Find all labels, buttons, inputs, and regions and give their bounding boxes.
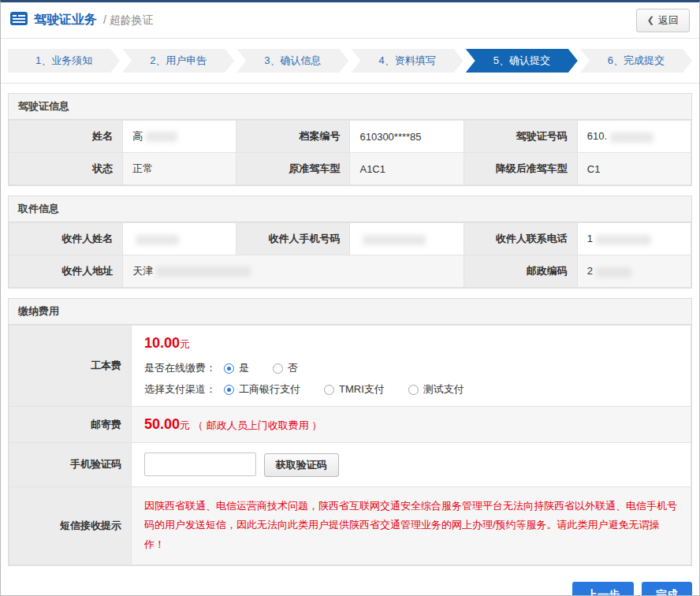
redacted-value xyxy=(596,267,631,278)
recipient-phone-value: 1 xyxy=(577,223,691,255)
captcha-label: 手机验证码 xyxy=(9,443,132,487)
license-info-section: 驾驶证信息 姓名 高 档案编号 610300****85 驾驶证号码 610. … xyxy=(8,93,692,186)
license-no-label: 驾驶证号码 xyxy=(464,121,577,153)
mailing-fee-amount: 50.00 xyxy=(144,416,180,432)
step-wizard: 1、业务须知 2、用户申告 3、确认信息 4、资料填写 5、确认提交 6、完成提… xyxy=(1,39,699,84)
step-2-user-declaration: 2、用户申告 xyxy=(122,49,234,73)
page: 驾驶证业务 / 超龄换证 ❮ 返回 1、业务须知 2、用户申告 3、确认信息 4… xyxy=(0,0,700,596)
online-payment-question: 是否在线缴费： xyxy=(144,361,216,375)
section-title: 缴纳费用 xyxy=(9,299,691,325)
main-content: 驾驶证信息 姓名 高 档案编号 610300****85 驾驶证号码 610. … xyxy=(1,93,699,596)
name-value: 高 xyxy=(123,121,236,153)
captcha-input[interactable] xyxy=(144,453,256,476)
redacted-value xyxy=(156,266,251,277)
production-fee-label: 工本费 xyxy=(9,326,132,407)
captcha-content: 获取验证码 xyxy=(132,443,691,487)
radio-label: 工商银行支付 xyxy=(239,382,300,397)
downgraded-type-value: C1 xyxy=(577,153,691,185)
radio-icon[interactable] xyxy=(224,385,234,395)
back-button[interactable]: ❮ 返回 xyxy=(636,9,690,32)
previous-step-button[interactable]: 上一步 xyxy=(572,582,634,596)
payment-table: 工本费 10.00元 是否在线缴费： 是 xyxy=(9,325,691,565)
mailing-fee-note: （ 邮政人员上门收取费用 ） xyxy=(193,419,322,431)
production-fee-amount: 10.00元 xyxy=(144,335,678,352)
recipient-address-label: 收件人地址 xyxy=(9,255,123,288)
file-no-label: 档案编号 xyxy=(236,121,350,153)
recipient-phone-label: 收件人联系电话 xyxy=(464,223,577,255)
radio-channel-icbc[interactable]: 工商银行支付 xyxy=(224,382,300,397)
table-row: 状态 正常 原准驾车型 A1C1 降级后准驾车型 C1 xyxy=(9,153,691,185)
radio-label: TMRI支付 xyxy=(339,382,385,397)
postal-code-value: 2 xyxy=(577,255,691,288)
radio-online-yes[interactable]: 是 xyxy=(224,361,249,375)
recipient-mobile-label: 收件人手机号码 xyxy=(236,223,350,255)
section-title: 驾驶证信息 xyxy=(9,94,691,120)
file-no-value: 610300****85 xyxy=(350,121,464,153)
redacted-value xyxy=(610,132,653,143)
pickup-info-section: 取件信息 收件人姓名 收件人手机号码 收件人联系电话 1 收件人地址 天津 邮政… xyxy=(8,196,692,289)
redacted-value xyxy=(363,235,426,245)
back-button-label: 返回 xyxy=(658,13,679,28)
redacted-value xyxy=(596,235,651,245)
sms-notice-label: 短信接收提示 xyxy=(9,486,132,564)
status-label: 状态 xyxy=(9,153,123,185)
orig-type-label: 原准驾车型 xyxy=(236,153,350,185)
status-value: 正常 xyxy=(123,153,236,185)
radio-icon[interactable] xyxy=(224,363,234,374)
table-row: 邮寄费 50.00元（ 邮政人员上门收取费用 ） xyxy=(9,407,691,443)
name-label: 姓名 xyxy=(9,121,123,153)
postal-code-label: 邮政编码 xyxy=(464,255,577,288)
page-title: 驾驶证业务 xyxy=(34,12,97,28)
radio-icon[interactable] xyxy=(273,363,283,374)
radio-channel-tmri[interactable]: TMRI支付 xyxy=(324,382,385,397)
sms-notice-content: 因陕西省联通、电信运营商技术问题，陕西省互联网交通安全综合服务管理平台无法向持陕… xyxy=(132,486,691,564)
production-fee-content: 10.00元 是否在线缴费： 是 否 xyxy=(132,326,691,407)
radio-icon[interactable] xyxy=(408,385,419,395)
recipient-mobile-value xyxy=(350,223,464,255)
table-row: 收件人地址 天津 邮政编码 2 xyxy=(9,255,691,288)
step-4-fill-data: 4、资料填写 xyxy=(352,49,464,73)
license-business-icon xyxy=(10,12,28,28)
table-row: 手机验证码 获取验证码 xyxy=(9,443,691,487)
page-subtitle: / 超龄换证 xyxy=(103,13,154,28)
radio-label: 测试支付 xyxy=(423,382,464,397)
recipient-address-value: 天津 xyxy=(123,255,464,288)
license-info-table: 姓名 高 档案编号 610300****85 驾驶证号码 610. 状态 正常 … xyxy=(9,120,691,185)
radio-label: 是 xyxy=(239,361,249,375)
radio-label: 否 xyxy=(288,361,298,375)
chevron-left-icon: ❮ xyxy=(647,15,654,25)
online-payment-radio-group: 是否在线缴费： 是 否 xyxy=(144,361,678,375)
table-row: 工本费 10.00元 是否在线缴费： 是 xyxy=(9,326,691,407)
orig-type-value: A1C1 xyxy=(350,153,464,185)
redacted-value xyxy=(136,235,179,245)
mailing-fee-label: 邮寄费 xyxy=(9,407,132,443)
section-title: 取件信息 xyxy=(9,196,691,222)
sms-notice-text: 因陕西省联通、电信运营商技术问题，陕西省互联网交通安全综合服务管理平台无法向持陕… xyxy=(144,497,678,555)
license-no-value: 610. xyxy=(577,121,691,153)
redacted-value xyxy=(146,132,177,142)
table-row: 收件人姓名 收件人手机号码 收件人联系电话 1 xyxy=(9,223,691,255)
step-5-confirm-submit: 5、确认提交 xyxy=(466,49,578,73)
pickup-info-table: 收件人姓名 收件人手机号码 收件人联系电话 1 收件人地址 天津 邮政编码 2 xyxy=(9,222,691,288)
step-3-confirm-info: 3、确认信息 xyxy=(236,49,348,73)
step-1-business-notice: 1、业务须知 xyxy=(8,49,120,73)
mailing-fee-content: 50.00元（ 邮政人员上门收取费用 ） xyxy=(132,407,691,443)
radio-online-no[interactable]: 否 xyxy=(273,361,298,375)
breadcrumb: 驾驶证业务 / 超龄换证 xyxy=(10,12,154,28)
recipient-name-value xyxy=(123,223,236,255)
payment-channel-question: 选择支付渠道： xyxy=(144,382,216,397)
table-row: 短信接收提示 因陕西省联通、电信运营商技术问题，陕西省互联网交通安全综合服务管理… xyxy=(9,486,691,564)
get-captcha-button[interactable]: 获取验证码 xyxy=(264,453,339,477)
radio-icon[interactable] xyxy=(324,385,334,395)
downgraded-type-label: 降级后准驾车型 xyxy=(464,153,577,185)
finish-button[interactable]: 完成 xyxy=(642,582,692,596)
step-6-complete-submit: 6、完成提交 xyxy=(580,49,692,73)
payment-channel-radio-group: 选择支付渠道： 工商银行支付 TMRI支付 测试支付 xyxy=(144,382,678,397)
radio-channel-test[interactable]: 测试支付 xyxy=(408,382,464,397)
payment-section: 缴纳费用 工本费 10.00元 是否在线缴费： 是 xyxy=(8,298,692,566)
recipient-name-label: 收件人姓名 xyxy=(9,223,123,255)
table-row: 姓名 高 档案编号 610300****85 驾驶证号码 610. xyxy=(9,121,691,153)
header: 驾驶证业务 / 超龄换证 ❮ 返回 xyxy=(1,2,699,39)
form-actions: 上一步 完成 xyxy=(8,582,692,596)
